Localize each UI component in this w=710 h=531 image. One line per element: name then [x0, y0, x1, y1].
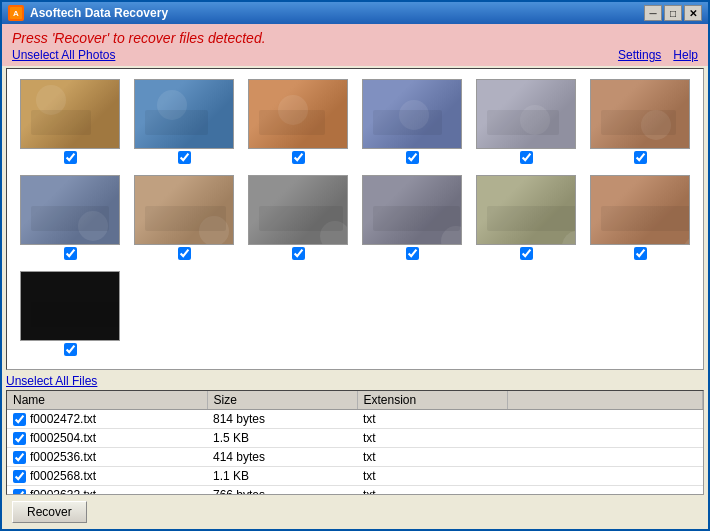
photo-checkbox-row-10[interactable]: [406, 247, 419, 263]
file-name-cell: f0002472.txt: [7, 410, 207, 429]
photo-checkbox-row-4[interactable]: [406, 151, 419, 167]
file-checkbox-4[interactable]: [13, 489, 26, 496]
photo-thumb-1: [20, 79, 120, 149]
file-name: f0002632.txt: [30, 488, 96, 495]
help-link[interactable]: Help: [673, 48, 698, 62]
col-ext: Extension: [357, 391, 507, 410]
photo-area[interactable]: [6, 68, 704, 370]
file-size: 766 bytes: [207, 486, 357, 496]
photo-checkbox-4[interactable]: [406, 151, 419, 164]
table-header-row: Name Size Extension: [7, 391, 703, 410]
photo-checkbox-row-1[interactable]: [64, 151, 77, 167]
photo-item: [473, 79, 579, 167]
file-extension: txt: [357, 448, 507, 467]
recover-button[interactable]: Recover: [12, 501, 87, 523]
photo-checkbox-7[interactable]: [64, 247, 77, 260]
photo-checkbox-9[interactable]: [292, 247, 305, 260]
table-row: f0002568.txt1.1 KBtxt: [7, 467, 703, 486]
photo-checkbox-row-11[interactable]: [520, 247, 533, 263]
photo-item: [131, 175, 237, 263]
photo-thumb-5: [476, 79, 576, 149]
photo-thumb-9: [248, 175, 348, 245]
photo-checkbox-10[interactable]: [406, 247, 419, 260]
unselect-all-photos-link[interactable]: Unselect All Photos: [12, 48, 115, 62]
table-row: f0002504.txt1.5 KBtxt: [7, 429, 703, 448]
svg-rect-27: [31, 302, 120, 327]
photo-checkbox-2[interactable]: [178, 151, 191, 164]
file-extension: txt: [357, 467, 507, 486]
file-checkbox-0[interactable]: [13, 413, 26, 426]
unselect-all-files-link[interactable]: Unselect All Files: [6, 374, 97, 388]
photo-checkbox-12[interactable]: [634, 247, 647, 260]
photo-item: [473, 175, 579, 263]
file-extra: [507, 467, 703, 486]
photo-checkbox-5[interactable]: [520, 151, 533, 164]
file-size: 1.1 KB: [207, 467, 357, 486]
photo-checkbox-row-8[interactable]: [178, 247, 191, 263]
photo-item: [245, 79, 351, 167]
photo-checkbox-1[interactable]: [64, 151, 77, 164]
file-checkbox-2[interactable]: [13, 451, 26, 464]
svg-rect-15: [31, 206, 109, 231]
photo-item: [131, 79, 237, 167]
photo-checkbox-row-3[interactable]: [292, 151, 305, 167]
svg-rect-5: [145, 110, 208, 135]
close-button[interactable]: ✕: [684, 5, 702, 21]
photo-thumb-4: [362, 79, 462, 149]
col-extra: [507, 391, 703, 410]
title-bar: A Asoftech Data Recovery ─ □ ✕: [2, 2, 708, 24]
photo-item: [359, 79, 465, 167]
photo-checkbox-row-9[interactable]: [292, 247, 305, 263]
main-content: Press 'Recover' to recover files detecte…: [2, 24, 708, 529]
photo-checkbox-3[interactable]: [292, 151, 305, 164]
file-area-container: Unselect All Files Name Size Extension f…: [2, 372, 708, 497]
settings-link[interactable]: Settings: [618, 48, 661, 62]
file-checkbox-3[interactable]: [13, 470, 26, 483]
photo-checkbox-row-6[interactable]: [634, 151, 647, 167]
table-row: f0002632.txt766 bytestxt: [7, 486, 703, 496]
file-table: Name Size Extension f0002472.txt814 byte…: [7, 391, 703, 495]
photo-checkbox-row-13[interactable]: [64, 343, 77, 359]
photo-checkbox-row-7[interactable]: [64, 247, 77, 263]
photo-item: [17, 79, 123, 167]
photo-thumb-6: [590, 79, 690, 149]
app-icon: A: [8, 5, 24, 21]
app-window: A Asoftech Data Recovery ─ □ ✕ Press 'Re…: [0, 0, 710, 531]
svg-rect-7: [259, 110, 325, 135]
file-size: 814 bytes: [207, 410, 357, 429]
file-extra: [507, 486, 703, 496]
file-table-wrapper[interactable]: Name Size Extension f0002472.txt814 byte…: [6, 390, 704, 495]
photo-checkbox-11[interactable]: [520, 247, 533, 260]
svg-point-22: [562, 231, 576, 245]
window-title: Asoftech Data Recovery: [30, 6, 644, 20]
file-extension: txt: [357, 486, 507, 496]
svg-rect-21: [373, 206, 460, 231]
photo-checkbox-13[interactable]: [64, 343, 77, 356]
file-extra: [507, 448, 703, 467]
photo-checkbox-8[interactable]: [178, 247, 191, 260]
file-name-cell: f0002504.txt: [7, 429, 207, 448]
photo-thumb-2: [134, 79, 234, 149]
file-extension: txt: [357, 429, 507, 448]
photo-item: [359, 175, 465, 263]
photo-checkbox-6[interactable]: [634, 151, 647, 164]
svg-text:A: A: [13, 9, 19, 18]
minimize-button[interactable]: ─: [644, 5, 662, 21]
file-name-cell: f0002536.txt: [7, 448, 207, 467]
file-checkbox-1[interactable]: [13, 432, 26, 445]
photo-checkbox-row-5[interactable]: [520, 151, 533, 167]
photo-checkbox-row-2[interactable]: [178, 151, 191, 167]
photo-checkbox-row-12[interactable]: [634, 247, 647, 263]
photo-item: [587, 79, 693, 167]
photo-thumb-7: [20, 175, 120, 245]
photo-item: [17, 175, 123, 263]
photo-item: [587, 175, 693, 263]
maximize-button[interactable]: □: [664, 5, 682, 21]
svg-rect-11: [487, 110, 559, 135]
file-name-cell: f0002632.txt: [7, 486, 207, 496]
svg-rect-23: [487, 206, 576, 231]
svg-rect-9: [373, 110, 442, 135]
top-bar: Press 'Recover' to recover files detecte…: [2, 24, 708, 66]
file-name: f0002504.txt: [30, 431, 96, 445]
photo-thumb-12: [590, 175, 690, 245]
